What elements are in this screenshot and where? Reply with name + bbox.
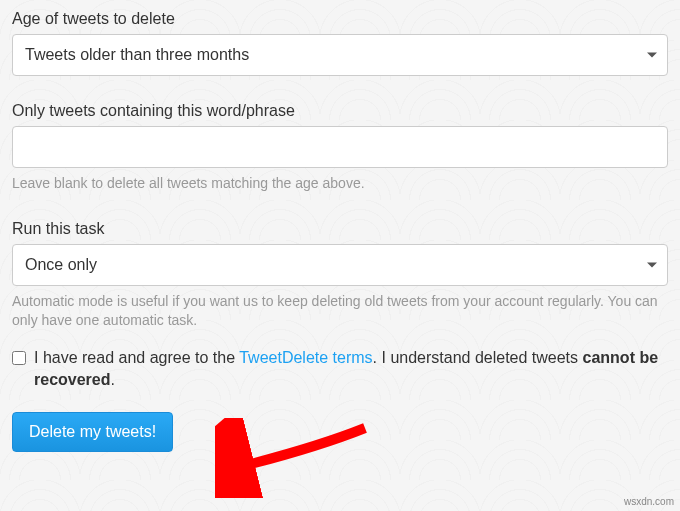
filter-label: Only tweets containing this word/phrase bbox=[12, 102, 668, 120]
arrow-annotation-icon bbox=[215, 418, 375, 498]
consent-text-prefix: I have read and agree to the bbox=[34, 349, 239, 366]
run-group: Run this task Once only Automatic mode i… bbox=[12, 220, 668, 331]
consent-text-middle: . I understand deleted tweets bbox=[373, 349, 583, 366]
age-select[interactable]: Tweets older than three months bbox=[12, 34, 668, 76]
age-select-value: Tweets older than three months bbox=[25, 46, 249, 64]
age-group: Age of tweets to delete Tweets older tha… bbox=[12, 10, 668, 76]
consent-label[interactable]: I have read and agree to the TweetDelete… bbox=[34, 347, 668, 392]
consent-text-suffix: . bbox=[111, 371, 115, 388]
filter-help-text: Leave blank to delete all tweets matchin… bbox=[12, 174, 668, 194]
filter-group: Only tweets containing this word/phrase … bbox=[12, 102, 668, 194]
filter-input-wrap bbox=[12, 126, 668, 168]
age-label: Age of tweets to delete bbox=[12, 10, 668, 28]
run-select[interactable]: Once only bbox=[12, 244, 668, 286]
run-help-text: Automatic mode is useful if you want us … bbox=[12, 292, 668, 331]
chevron-down-icon bbox=[647, 262, 657, 267]
filter-input[interactable] bbox=[25, 127, 655, 167]
chevron-down-icon bbox=[647, 53, 657, 58]
delete-tweets-button[interactable]: Delete my tweets! bbox=[12, 412, 173, 452]
terms-link[interactable]: TweetDelete terms bbox=[239, 349, 372, 366]
run-select-value: Once only bbox=[25, 256, 97, 274]
consent-checkbox[interactable] bbox=[12, 351, 26, 365]
watermark-text: wsxdn.com bbox=[624, 496, 674, 507]
run-label: Run this task bbox=[12, 220, 668, 238]
consent-row: I have read and agree to the TweetDelete… bbox=[12, 347, 668, 392]
